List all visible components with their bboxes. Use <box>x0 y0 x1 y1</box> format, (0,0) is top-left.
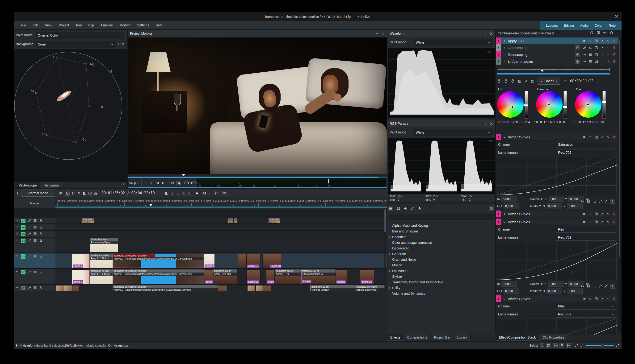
track-lane-v5[interactable] <box>56 231 387 237</box>
menu-view[interactable]: View <box>42 23 56 27</box>
keyframe-ruler[interactable] <box>497 68 610 72</box>
shrink-curve-icon[interactable] <box>604 284 608 288</box>
save-effect-icon[interactable] <box>595 53 598 56</box>
monitor-resolution-select[interactable]: 540p <box>129 181 140 185</box>
effect-presets-icon[interactable] <box>588 46 592 50</box>
slip-tool-icon[interactable] <box>83 192 86 195</box>
zone-mode-button[interactable] <box>176 180 181 185</box>
add-track-icon[interactable] <box>16 191 19 195</box>
effect-row-rotoscoping[interactable]: rRotoscoping <box>496 51 618 58</box>
expand-track-icon[interactable] <box>16 226 19 228</box>
timeline-master-button[interactable]: Master <box>14 198 56 208</box>
record-icon[interactable] <box>203 191 206 195</box>
save-effect-icon[interactable] <box>595 135 598 139</box>
curve-editor-saturation[interactable] <box>497 157 616 195</box>
effect-row-lift-gamma-gain[interactable]: lLift/gamma/gain <box>496 58 618 65</box>
effect-enabled-eye-icon[interactable] <box>582 212 586 216</box>
luma-formula-select[interactable]: Rec. 709 <box>556 234 616 241</box>
collapse-track-icon[interactable] <box>16 238 19 242</box>
close-panel-icon[interactable] <box>490 32 493 35</box>
luma-formula-select[interactable]: Rec. 709 <box>556 311 616 318</box>
mixer-icon[interactable] <box>214 191 218 195</box>
delete-effect-icon[interactable] <box>612 297 616 300</box>
reset-curve-icon[interactable] <box>581 284 584 288</box>
enlarge-curve-icon[interactable] <box>598 200 602 203</box>
timeline-zone-bar[interactable] <box>56 206 387 208</box>
effect-enabled-eye-icon[interactable] <box>582 39 586 43</box>
timeline-clip[interactable]: ChocolatMultiply <box>268 218 280 223</box>
effect-category-generate[interactable]: Generate <box>388 251 494 257</box>
tab-library[interactable]: Library <box>454 334 471 340</box>
track-label-v5[interactable]: V5 <box>21 232 26 236</box>
timeline-clip[interactable]: FramboisMultiply > <box>82 218 94 223</box>
panel-resize-grip[interactable] <box>123 183 124 184</box>
expand-effect-icon[interactable] <box>503 53 506 56</box>
timeline-clip[interactable]: Apply LUT/Rotoscoping/Rotoscoping/Lift/g… <box>113 254 203 268</box>
track-lane-v1[interactable]: e 6Apply LUT/Lift/gamma/gain/Vignette Ef… <box>56 285 387 292</box>
timeline-clip[interactable]: Scene <box>266 270 275 284</box>
wheel-slider-gain[interactable] <box>602 91 606 118</box>
select-audio-button[interactable] <box>553 343 558 348</box>
select-marker-button[interactable] <box>566 343 571 348</box>
track-lane-v7[interactable]: FramboisMultiply >MultMChocolatMultiply <box>56 218 387 224</box>
effect-category-on-master[interactable]: On Master <box>388 268 494 274</box>
track-lock-icon[interactable] <box>39 286 43 290</box>
track-video-icon[interactable] <box>33 219 37 222</box>
effect-enabled-eye-icon[interactable] <box>582 220 586 224</box>
timeline-clip[interactable]: Vignette Effect/Aframboise-ou-ch <box>310 285 355 292</box>
move-effect-down-icon[interactable] <box>607 60 610 63</box>
timeline-menu-button[interactable] <box>222 191 227 196</box>
mix-clips-icon[interactable] <box>59 191 63 195</box>
effect-row-bezier-curves-0[interactable]: fBézier Curves <box>496 134 618 140</box>
insert-zone-icon[interactable] <box>170 191 174 195</box>
out-value[interactable]: 0,000 <box>504 203 519 209</box>
copy-effect-icon[interactable] <box>590 31 593 34</box>
wheel-slider-gamma[interactable] <box>563 91 567 118</box>
compare-effect-icon[interactable] <box>596 31 600 34</box>
select-video-button[interactable] <box>546 343 551 348</box>
select-tag-button[interactable] <box>540 343 544 348</box>
effect-presets-icon[interactable] <box>588 220 592 224</box>
effects-search-input[interactable] <box>388 214 494 220</box>
vectorscope-paint-mode-select[interactable]: Original Color <box>36 32 124 39</box>
track-label-v2[interactable]: V2 <box>21 270 26 274</box>
track-lane-v3[interactable]: Scene 7Apply LUT/Rotoscframboise-ou-choA… <box>56 254 387 269</box>
float-panel-icon[interactable] <box>484 122 487 125</box>
previous-keyframe-icon[interactable] <box>504 79 508 83</box>
move-effect-up-icon[interactable] <box>601 39 604 42</box>
track-effects-icon[interactable] <box>28 226 31 229</box>
track-lane-v6[interactable] <box>56 224 387 230</box>
timeline-clip[interactable] <box>262 254 269 268</box>
track-lock-icon[interactable] <box>39 226 43 229</box>
expand-effect-icon[interactable] <box>503 46 506 49</box>
in-value[interactable]: 0,000 <box>501 196 517 202</box>
tab-vectorscope[interactable]: Vectorscope <box>15 182 40 188</box>
track-video-icon[interactable] <box>33 270 37 274</box>
keyframe-timecode[interactable]: 00:00:11:23 <box>570 79 593 83</box>
menu-edit[interactable]: Edit <box>30 23 42 27</box>
timeline-vscrollbar-thumb[interactable] <box>384 209 386 232</box>
select-flag-button[interactable] <box>559 343 564 348</box>
expand-effect-icon[interactable] <box>503 212 506 216</box>
handle2-x-value[interactable]: 0,000 <box>546 203 562 209</box>
timeline-clip[interactable]: Scene 23 <box>360 270 374 284</box>
go-to-zone-start-icon[interactable] <box>143 181 147 185</box>
video-effects-filter-icon[interactable] <box>396 206 400 210</box>
track-video-icon[interactable] <box>33 254 37 258</box>
save-effect-icon[interactable] <box>595 39 598 43</box>
timeline-zoom-slider[interactable] <box>585 344 614 347</box>
gradient-background-icon[interactable] <box>587 284 590 288</box>
delete-effect-icon[interactable] <box>612 46 616 50</box>
timecode-chevron[interactable] <box>157 192 160 194</box>
track-effects-icon[interactable] <box>28 219 31 222</box>
expand-track-icon[interactable] <box>16 219 19 222</box>
tab-effects[interactable]: Effects <box>387 334 404 340</box>
handle2-x-value[interactable]: 0,000 <box>546 288 562 294</box>
channel-select[interactable]: Blue <box>556 303 616 310</box>
add-keyframe-icon[interactable] <box>497 79 501 83</box>
timeline-clip[interactable]: Scene 11 <box>218 285 227 292</box>
menu-timeline[interactable]: Timeline <box>97 23 116 27</box>
track-video-icon[interactable] <box>33 226 37 229</box>
effect-category-motion[interactable]: Motion <box>388 262 494 268</box>
save-effect-icon[interactable] <box>595 212 598 216</box>
